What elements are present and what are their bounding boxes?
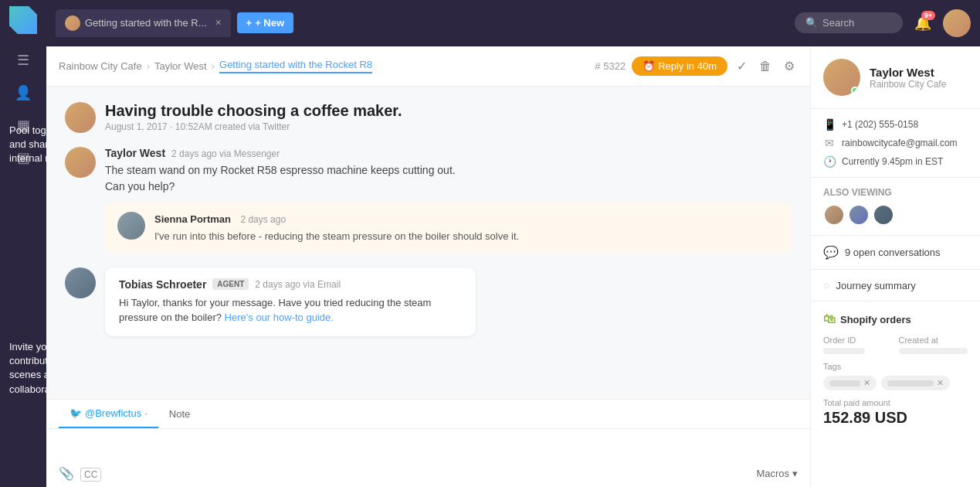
message-title: Having trouble choosing a coffee maker. [105, 102, 792, 120]
message-subtitle: August 1, 2017 · 10:52AM created via Twi… [105, 121, 792, 132]
reply-header: Sienna Portman 2 days ago [154, 212, 519, 226]
reply-tabs: 🐦 @Brewfictus · Note [46, 400, 810, 429]
chat-icon: 💬 [823, 245, 839, 260]
user-avatar[interactable] [943, 9, 971, 37]
open-conversations-label: 9 open conversations [845, 247, 941, 258]
open-conversations-section: 💬 9 open conversations [811, 236, 980, 270]
avatar-taylor [65, 102, 96, 133]
tag-remove-1[interactable]: ✕ [863, 378, 870, 388]
tags-row: ✕ ✕ [823, 376, 968, 390]
notification-badge: 9+ [921, 11, 935, 20]
circle-icon: ○ [823, 279, 829, 291]
attachment-button[interactable]: 📎 [59, 466, 74, 481]
breadcrumb-sep2: › [212, 60, 215, 72]
message-row: Having trouble choosing a coffee maker. … [65, 102, 792, 133]
breadcrumb-link-contact[interactable]: Taylor West [154, 60, 207, 72]
order-id-value [823, 348, 865, 354]
message-header: Taylor West 2 days ago via Messenger [105, 147, 792, 159]
message-text-2: Can you help? [105, 179, 792, 195]
agent-message: Tobias Schroeter AGENT 2 days ago via Em… [105, 267, 476, 336]
conversation-tab[interactable]: Getting started with the R... ✕ [56, 9, 231, 37]
reply-button[interactable]: ⏰ Reply in 40m [632, 56, 727, 76]
cc-button[interactable]: CC [80, 467, 101, 481]
also-viewing-section: Also viewing [811, 178, 980, 236]
sidebar: ☰ 👤 ▦ ▤ [0, 0, 46, 487]
contact-time-row: 🕐 Currently 9.45pm in EST [823, 155, 968, 168]
avatar-sienna [117, 212, 145, 240]
total-amount: 152.89 USD [823, 409, 968, 427]
viewer-avatars [823, 204, 968, 226]
delete-button[interactable]: 🗑 [756, 56, 775, 77]
phone-icon: 📱 [823, 118, 836, 131]
check-button[interactable]: ✓ [734, 56, 750, 77]
macros-button[interactable]: Macros ▾ [756, 468, 798, 479]
viewer-avatar-3 [873, 204, 894, 226]
breadcrumb-link-cafe[interactable]: Rainbow City Cafe [59, 60, 142, 72]
reply-bubble: Sienna Portman 2 days ago I've run into … [105, 203, 792, 254]
macros-chevron-icon: ▾ [792, 468, 798, 479]
inbox-icon[interactable]: ☰ [9, 46, 37, 74]
contacts-icon[interactable]: 👤 [9, 79, 37, 107]
cc-label: CC [80, 468, 101, 482]
tab-close-btn[interactable]: ✕ [215, 18, 222, 28]
agent-sender: Tobias Schroeter [119, 278, 206, 291]
agent-link[interactable]: Here's our how-to guide. [225, 312, 334, 323]
viewer-avatar-1 [823, 204, 845, 226]
breadcrumb-current: Getting started with the Rocket R8 [219, 59, 372, 73]
shopify-section: 🛍 Shopify orders Order ID Created at Tag… [811, 301, 980, 438]
tag-remove-2[interactable]: ✕ [937, 378, 944, 388]
message-row: Taylor West 2 days ago via Messenger The… [65, 147, 792, 254]
total-label: Total paid amount [823, 398, 968, 407]
app-logo[interactable] [9, 6, 37, 34]
tab-bar: Getting started with the R... ✕ + + New … [46, 0, 980, 46]
journey-summary-label: Journey summary [836, 280, 915, 291]
tab-avatar [65, 15, 80, 31]
message-content: Having trouble choosing a coffee maker. … [105, 102, 792, 133]
search-placeholder: Search [822, 17, 854, 29]
contact-time: Currently 9.45pm in EST [842, 156, 943, 167]
contact-org: Rainbow City Cafe [870, 79, 946, 90]
tag-pill-2: ✕ [881, 376, 950, 390]
main-wrapper: Getting started with the R... ✕ + + New … [46, 0, 980, 487]
journey-summary-button[interactable]: ○ Journey summary [823, 279, 968, 291]
shopify-icon: 🛍 [823, 312, 836, 326]
settings-button[interactable]: ⚙ [781, 56, 798, 77]
reports-icon[interactable]: ▦ [9, 111, 37, 139]
tab-label: Getting started with the R... [85, 17, 207, 29]
viewer-avatar-2 [848, 204, 870, 226]
reply-tab-note[interactable]: Note [158, 400, 201, 428]
message-content-2: Taylor West 2 days ago via Messenger The… [105, 147, 792, 254]
shopify-title: 🛍 Shopify orders [823, 312, 968, 326]
open-conversations-button[interactable]: 💬 9 open conversations [823, 245, 968, 260]
contact-header: Taylor West Rainbow City Cafe [811, 46, 980, 109]
search-bar[interactable]: 🔍 Search [795, 12, 903, 33]
avatar-tobias [65, 267, 96, 298]
contact-info: 📱 +1 (202) 555-0158 ✉ rainbowcitycafe@gm… [811, 109, 980, 178]
notification-button[interactable]: 🔔 9+ [909, 9, 937, 37]
breadcrumb-actions: # 5322 ⏰ Reply in 40m ✓ 🗑 ⚙ [595, 56, 798, 77]
contact-phone-row: 📱 +1 (202) 555-0158 [823, 118, 968, 131]
created-at-col: Created at [899, 335, 968, 354]
reply-time: 2 days ago [240, 214, 286, 225]
clock-icon: ⏰ [643, 60, 655, 72]
reply-tab-handle[interactable]: 🐦 @Brewfictus · [59, 400, 158, 428]
reply-box: 🐦 @Brewfictus · Note 📎 CC Macros ▾ [46, 399, 810, 487]
order-id-col: Order ID [823, 335, 893, 354]
contact-email-row: ✉ rainbowcitycafe@gmail.com [823, 137, 968, 149]
messages-area: Having trouble choosing a coffee maker. … [46, 87, 810, 399]
avatar-taylor-2 [65, 147, 96, 178]
order-grid: Order ID Created at [823, 335, 968, 354]
contact-status-indicator [851, 87, 859, 94]
reply-content: Sienna Portman 2 days ago I've run into … [154, 212, 519, 244]
clock-icon: 🕐 [823, 155, 836, 168]
agent-badge: AGENT [212, 278, 249, 290]
charts-icon[interactable]: ▤ [9, 144, 37, 172]
plus-icon: + [246, 17, 253, 29]
reply-input-area [46, 429, 810, 460]
new-tab-button[interactable]: + + New [237, 12, 294, 33]
reply-sender: Sienna Portman [154, 213, 231, 225]
tag-value-2 [887, 380, 934, 387]
breadcrumb-sep1: › [147, 60, 150, 72]
conversation-panel: Rainbow City Cafe › Taylor West › Gettin… [46, 46, 810, 487]
email-icon: ✉ [823, 137, 836, 149]
